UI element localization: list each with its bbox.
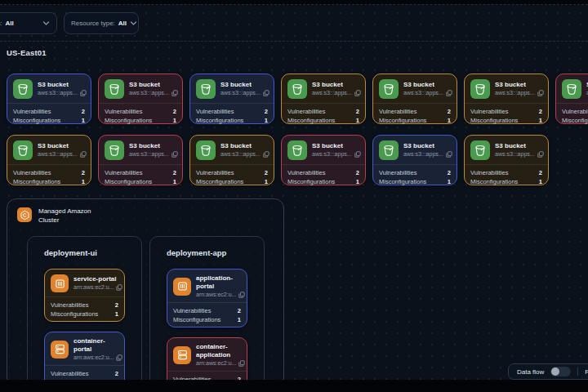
s3-bucket-card[interactable]: S3 bucketaws:s3:::apps...Vulnerabilities…	[189, 74, 274, 124]
stat-value: 1	[265, 117, 268, 124]
stat-label: Misconfigurations	[13, 178, 60, 185]
copy-icon[interactable]	[537, 90, 544, 96]
resource-title: S3 bucket	[403, 81, 451, 89]
resource-title: S3 bucket	[495, 81, 542, 89]
group-deployment-ui[interactable]: deployment-ui service-portalarn:aws:ec2:…	[27, 236, 142, 388]
resource-arn-row: aws:s3:::apps...	[38, 89, 85, 96]
copy-icon[interactable]	[172, 90, 178, 96]
copy-icon[interactable]	[537, 151, 544, 158]
stat-value: 1	[173, 117, 176, 124]
copy-icon[interactable]	[116, 354, 122, 361]
resource-title: S3 bucket	[495, 142, 542, 150]
stat-label: Vulnerabilities	[196, 169, 234, 176]
group-deployment-app[interactable]: deployment-app application-portalarn:aws…	[149, 236, 265, 388]
stat-value: 2	[265, 169, 268, 176]
stat-value: 1	[265, 178, 268, 185]
resource-arn: aws:s3:::apps...	[312, 150, 352, 158]
workload-card[interactable]: service-portalarn:aws:ec2:u...Vulnerabil…	[44, 269, 125, 322]
copy-icon[interactable]	[263, 90, 270, 96]
stat-value: 2	[448, 169, 451, 176]
stat-row: Vulnerabilities2	[562, 108, 588, 115]
stat-value: 2	[539, 169, 542, 176]
s3-bucket-icon	[196, 140, 216, 160]
card-header: application-portalarn:aws:ec2:u...	[167, 270, 247, 302]
stat-value: 1	[356, 178, 359, 185]
card-stats: Vulnerabilities2Misconfigurations1	[167, 302, 247, 327]
stat-value: 1	[115, 310, 118, 318]
s3-bucket-card[interactable]: S3 bucketaws:s3:::apps...Vulnerabilities…	[7, 135, 91, 185]
copy-icon[interactable]	[80, 151, 87, 158]
s3-bucket-card[interactable]: S3 bucketaws:s3:::apps...Vulnerabilities…	[372, 74, 457, 124]
resource-arn: aws:s3:::apps...	[129, 150, 169, 158]
resource-type-filter-dropdown[interactable]: Resource type: All	[64, 12, 139, 34]
copy-icon[interactable]	[263, 151, 270, 158]
stat-value: 1	[539, 178, 542, 185]
card-stats: Vulnerabilities2Misconfigurations1	[465, 103, 548, 127]
resource-arn: aws:s3:::apps...	[312, 89, 352, 96]
resource-arn: arn:aws:ec2:u...	[74, 283, 114, 291]
resource-arn-row: arn:aws:ec2:u...	[196, 359, 241, 367]
copy-icon[interactable]	[354, 90, 361, 96]
card-header: S3 bucketaws:s3:::apps...	[282, 136, 365, 164]
resource-arn: arn:aws:ec2:u...	[74, 354, 114, 361]
stacked-containers-icon	[173, 346, 191, 364]
data-flow-toggle[interactable]	[550, 367, 571, 376]
container-icon	[173, 278, 191, 296]
stat-label: Vulnerabilities	[51, 370, 88, 377]
copy-icon[interactable]	[238, 360, 245, 367]
resource-arn: aws:s3:::apps...	[38, 89, 78, 96]
stat-label: Vulnerabilities	[562, 108, 588, 115]
resource-arn-row: aws:s3:::apps...	[38, 150, 85, 158]
stat-value: 2	[539, 108, 542, 115]
copy-icon[interactable]	[354, 151, 361, 158]
stat-value: 1	[82, 117, 85, 124]
copy-icon[interactable]	[172, 151, 178, 158]
s3-bucket-card[interactable]: S3 bucketaws:s3:::apps...Vulnerabilities…	[98, 135, 183, 185]
stat-value: 2	[82, 169, 85, 176]
s3-bucket-card[interactable]: S3 bucketaws:s3:::apps...Vulnerabilities…	[98, 74, 183, 124]
copy-icon[interactable]	[116, 284, 122, 291]
resource-arn: aws:s3:::apps...	[403, 150, 443, 158]
stat-row: Misconfigurations1	[379, 178, 451, 185]
s3-bucket-card[interactable]: S3 bucketaws:s3:::apps...Vulnerabilities…	[281, 135, 366, 185]
stat-row: Vulnerabilities2	[379, 169, 451, 176]
card-titles: S3 bucketaws:s3:::apps...	[403, 81, 451, 96]
s3-bucket-card[interactable]: S3 bucketaws:s3:::apps...Vulnerabilities…	[464, 135, 549, 185]
resource-arn: aws:s3:::apps...	[129, 89, 169, 96]
stat-value: 2	[173, 108, 176, 115]
s3-bucket-card[interactable]: S3 bucketaws:s3:::apps...Vulnerabilities…	[464, 74, 549, 124]
graph-canvas[interactable]: Region: All Resource type: All US-East01…	[0, 0, 588, 392]
stat-value: 2	[356, 108, 359, 115]
s3-bucket-card[interactable]: S3 bucketaws:s3:::apps...Vulnerabilities…	[7, 74, 91, 124]
workload-list: service-portalarn:aws:ec2:u...Vulnerabil…	[44, 269, 141, 390]
stat-row: Misconfigurations1	[470, 117, 542, 124]
card-titles: S3 bucketaws:s3:::apps...	[495, 142, 542, 158]
card-titles: application-portalarn:aws:ec2:u...	[196, 274, 241, 298]
s3-bucket-card[interactable]: S3 bucketaws:s3:::apps...Vulnerabilities…	[189, 135, 274, 185]
chevron-down-icon	[42, 20, 50, 26]
stat-label: Vulnerabilities	[105, 108, 142, 115]
stat-label: Misconfigurations	[173, 316, 220, 323]
stat-value: 2	[448, 108, 451, 115]
copy-icon[interactable]	[446, 90, 452, 96]
card-header: S3 bucketaws:s3:::apps...	[190, 74, 274, 103]
s3-bucket-card[interactable]: S3 bucketaws:s3:::apps...Vulnerabilities…	[372, 135, 457, 185]
s3-bucket-card[interactable]: S3 bucketaws:s3:::apps...Vulnerabilities…	[281, 74, 366, 124]
workload-card[interactable]: application-portalarn:aws:ec2:u...Vulner…	[167, 269, 247, 327]
stat-label: Vulnerabilities	[13, 169, 51, 176]
stat-row: Misconfigurations1	[13, 178, 85, 185]
managed-cluster-container[interactable]: Managed Amazon Cluster deployment-ui ser…	[7, 198, 284, 388]
card-header: S3 bucketaws:s3:::apps...	[373, 136, 457, 164]
s3-bucket-card[interactable]: S3 bucketaws:s3:::apps...Vulnerabilities…	[555, 74, 588, 124]
card-titles: S3 bucketaws:s3:::apps...	[38, 81, 85, 96]
stat-value: 1	[448, 117, 451, 124]
section-divider	[0, 41, 588, 42]
stat-row: Misconfigurations1	[105, 178, 176, 185]
resource-arn-row: arn:aws:ec2:u...	[196, 291, 241, 298]
stat-label: Vulnerabilities	[379, 169, 416, 176]
copy-icon[interactable]	[446, 151, 452, 158]
cluster-title: Managed Amazon Cluster	[38, 207, 97, 225]
region-filter-dropdown[interactable]: Region: All	[0, 12, 57, 34]
copy-icon[interactable]	[238, 292, 245, 298]
copy-icon[interactable]	[80, 90, 87, 96]
